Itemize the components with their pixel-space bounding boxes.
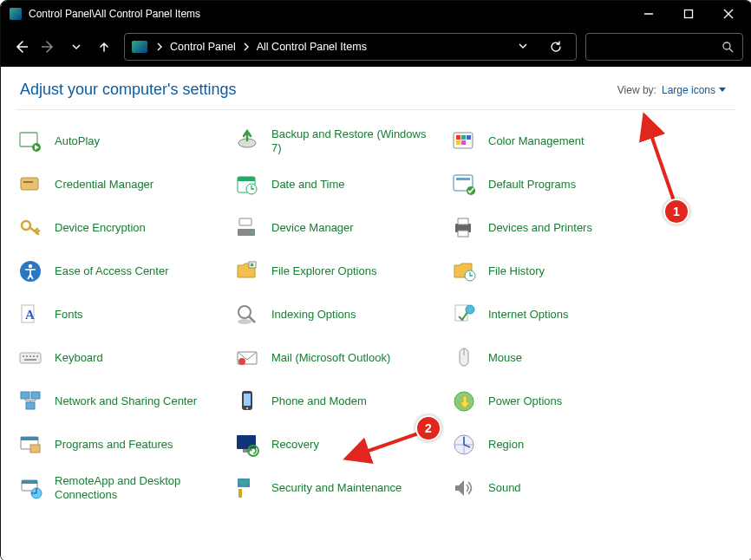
item-label: Keyboard xyxy=(55,351,103,365)
svg-rect-46 xyxy=(36,355,38,357)
control-panel-item[interactable]: Internet Options xyxy=(450,299,676,330)
control-panel-item[interactable]: Ease of Access Center xyxy=(16,256,233,287)
maximize-button[interactable] xyxy=(669,1,709,27)
search-icon xyxy=(722,41,734,53)
control-panel-item[interactable]: Security and Maintenance xyxy=(233,472,450,504)
control-panel-item[interactable]: Color Management xyxy=(450,126,676,157)
window: Control Panel\All Control Panel Items xyxy=(0,0,751,560)
minimize-button[interactable] xyxy=(629,1,669,27)
control-panel-item[interactable]: Programs and Features xyxy=(16,429,233,460)
control-panel-item[interactable]: AutoPlay xyxy=(16,126,233,157)
control-panel-item[interactable]: AFonts xyxy=(16,299,233,330)
refresh-button[interactable] xyxy=(543,41,569,53)
control-panel-item[interactable]: Backup and Restore (Windows 7) xyxy=(233,126,450,157)
search-input[interactable] xyxy=(585,33,743,61)
svg-rect-43 xyxy=(26,355,28,357)
svg-point-26 xyxy=(251,231,254,234)
item-label: Color Management xyxy=(488,134,584,148)
view-by: View by: Large icons xyxy=(617,84,726,96)
encryption-icon xyxy=(16,214,44,242)
control-panel-item[interactable]: RemoteApp and Desktop Connections xyxy=(16,472,233,504)
control-panel-item[interactable]: Date and Time xyxy=(233,169,450,200)
control-panel-item[interactable]: Region xyxy=(450,429,676,460)
fonts-icon: A xyxy=(16,301,44,329)
printers-icon xyxy=(450,214,478,242)
item-label: Recovery xyxy=(271,438,319,452)
chevron-right-icon xyxy=(156,42,163,51)
power-icon xyxy=(450,387,478,415)
datetime-icon xyxy=(233,171,261,199)
control-panel-item[interactable]: Recovery xyxy=(233,429,450,460)
up-button[interactable] xyxy=(93,34,115,60)
svg-rect-28 xyxy=(458,218,468,225)
remote-icon xyxy=(16,474,44,502)
item-label: Device Encryption xyxy=(55,221,146,235)
control-panel-item[interactable]: File History xyxy=(450,256,676,287)
svg-point-4 xyxy=(723,42,730,49)
svg-point-57 xyxy=(246,407,248,409)
svg-rect-53 xyxy=(31,392,40,399)
control-panel-item[interactable]: Mouse xyxy=(450,342,676,374)
control-panel-item[interactable]: Phone and Modem xyxy=(233,386,450,417)
control-panel-item[interactable]: Mail (Microsoft Outlook) xyxy=(233,342,450,374)
viewby-dropdown[interactable]: Large icons xyxy=(662,84,726,96)
svg-point-40 xyxy=(466,305,474,314)
network-icon xyxy=(16,387,44,415)
svg-rect-69 xyxy=(22,480,37,484)
control-panel-item[interactable]: Device Manager xyxy=(233,212,450,244)
svg-rect-56 xyxy=(244,394,251,406)
svg-point-31 xyxy=(29,264,32,268)
history-icon xyxy=(450,257,478,285)
control-panel-item[interactable]: Power Options xyxy=(450,386,676,417)
item-label: Default Programs xyxy=(488,178,576,192)
item-label: Programs and Features xyxy=(55,438,173,452)
item-label: Devices and Printers xyxy=(488,221,592,235)
svg-rect-12 xyxy=(467,135,471,140)
window-controls xyxy=(629,1,748,27)
phone-icon xyxy=(233,387,261,415)
address-dropdown-button[interactable] xyxy=(519,41,527,53)
item-label: Indexing Options xyxy=(271,308,356,322)
back-button[interactable] xyxy=(10,34,32,60)
control-panel-item[interactable]: Keyboard xyxy=(16,342,233,374)
mouse-icon xyxy=(450,344,478,372)
control-panel-item[interactable]: Default Programs xyxy=(450,169,676,200)
svg-rect-47 xyxy=(24,359,36,361)
breadcrumb-root[interactable]: Control Panel xyxy=(170,41,236,53)
color-icon xyxy=(450,127,478,155)
control-panel-item[interactable]: Indexing Options xyxy=(233,299,450,330)
breadcrumb-child[interactable]: All Control Panel Items xyxy=(257,41,367,53)
control-panel-item[interactable]: Device Encryption xyxy=(16,212,233,244)
viewby-value: Large icons xyxy=(662,84,715,96)
svg-rect-15 xyxy=(21,178,38,190)
indexing-icon xyxy=(233,301,261,329)
svg-rect-60 xyxy=(21,437,38,440)
item-label: File History xyxy=(488,264,545,278)
control-panel-item[interactable]: File Explorer Options xyxy=(233,256,450,287)
forward-button[interactable] xyxy=(37,34,60,60)
item-label: Ease of Access Center xyxy=(55,264,169,278)
titlebar: Control Panel\All Control Panel Items xyxy=(1,1,751,27)
item-label: Internet Options xyxy=(488,308,569,322)
recent-dropdown-button[interactable] xyxy=(65,34,88,60)
devicemgr-icon xyxy=(233,214,261,242)
close-button[interactable] xyxy=(709,1,748,27)
svg-rect-44 xyxy=(29,355,31,357)
svg-rect-16 xyxy=(23,181,33,183)
chevron-right-icon xyxy=(243,42,250,51)
svg-rect-29 xyxy=(458,231,468,237)
svg-rect-42 xyxy=(23,355,24,357)
keyboard-icon xyxy=(16,344,44,372)
mail-icon xyxy=(233,344,261,372)
control-panel-item[interactable]: Devices and Printers xyxy=(450,212,676,244)
address-bar[interactable]: Control Panel All Control Panel Items xyxy=(124,33,577,61)
item-label: RemoteApp and Desktop Connections xyxy=(55,474,219,501)
item-label: Credential Manager xyxy=(55,178,153,192)
region-icon xyxy=(450,431,478,459)
control-panel-item[interactable]: Network and Sharing Center xyxy=(16,386,233,417)
control-panel-item[interactable]: Sound xyxy=(450,472,676,504)
svg-rect-11 xyxy=(461,135,466,140)
control-panel-item[interactable]: Credential Manager xyxy=(16,169,233,200)
svg-rect-13 xyxy=(456,140,460,145)
location-icon xyxy=(132,41,147,53)
